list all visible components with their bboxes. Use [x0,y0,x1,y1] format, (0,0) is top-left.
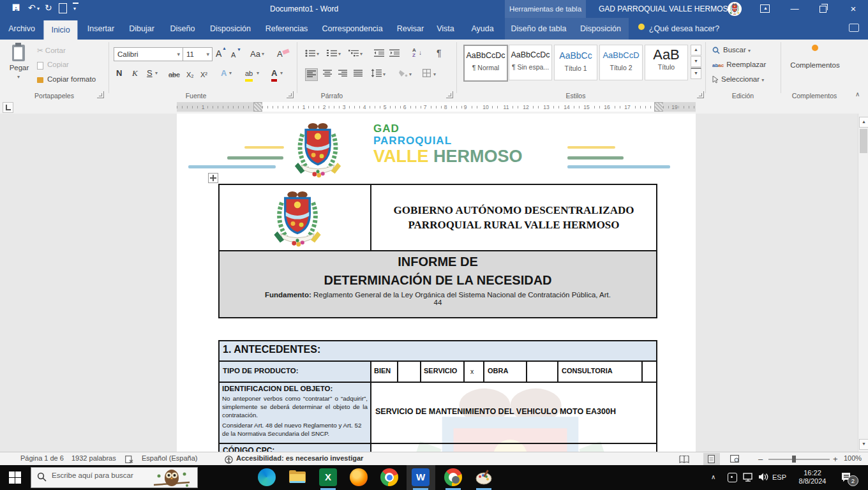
vertical-scrollbar[interactable]: ▲ ▼ [858,114,868,452]
table-move-handle[interactable] [208,173,218,183]
tab-ayuda[interactable]: Ayuda [471,18,493,40]
search-input[interactable] [50,471,149,480]
language-indicator[interactable]: Español (España) [142,454,197,462]
align-left-button[interactable] [305,68,318,81]
underline-dropdown-icon[interactable]: ▾ [155,70,158,76]
account-name[interactable]: GAD PARROQUIAL VALLE HERMOSO [599,0,734,18]
styles-scroll-down[interactable]: ▼ [691,56,701,67]
styles-dialog-launcher[interactable] [697,91,704,98]
org-title[interactable]: GOBIERNO AUTÓNOMO DESCENTRALIZADO PARROQ… [371,203,656,232]
table-row-informe[interactable]: INFORME DE DETERMINACIÓN DE LA NECESIDAD… [218,250,657,318]
file-explorer-icon[interactable] [288,468,306,486]
tipo-servicio[interactable]: SERVICIO [424,367,457,375]
superscript-button[interactable]: X² [200,69,207,80]
tab-selector[interactable] [3,102,13,113]
save-button[interactable]: 🖪 [11,3,20,13]
highlight-button[interactable]: ab [245,68,253,82]
ident-left-cell[interactable]: IDENTIFICACION DEL OBJETO: No anteponer … [222,385,368,438]
clock[interactable]: 16:228/8/2024 [793,469,832,486]
copy-button[interactable]: Copiar [37,61,69,68]
taskbar-search[interactable] [31,467,198,488]
redo-button[interactable]: ↻ [45,3,52,13]
subscript-button[interactable]: X₂ [186,69,194,80]
zoom-slider[interactable] [768,459,830,460]
replace-button[interactable]: abacReemplazar [712,61,766,68]
tipo-bien[interactable]: BIEN [374,367,391,375]
scroll-down-button[interactable]: ▼ [859,439,868,450]
align-center-button[interactable] [323,70,332,78]
style-normal[interactable]: AaBbCcDc¶ Normal [463,45,508,82]
edge-icon[interactable] [258,468,276,486]
tab-archivo[interactable]: Archivo [8,18,35,40]
tab-inicio[interactable]: Inicio [43,20,77,40]
paint-icon[interactable] [475,468,493,486]
increase-indent-button[interactable] [389,49,400,59]
tray-app-icon[interactable] [728,473,737,482]
font-name-select[interactable]: Calibri▾ [114,47,183,61]
addins-button[interactable]: Complementos [786,45,844,69]
undo-dropdown-icon[interactable]: ▾ [37,6,40,11]
tipo-obra[interactable]: OBRA [488,367,508,375]
shading-button[interactable] [398,70,408,78]
document-page[interactable]: GAD PARROQUIAL VALLE HERMOSO GOBIERNO AU… [177,114,696,452]
italic-button[interactable]: K [132,68,138,79]
font-dialog-launcher[interactable] [287,91,294,98]
firefox-icon[interactable] [350,468,368,486]
zoom-out-button[interactable]: – [758,454,763,464]
multilevel-list-button[interactable] [348,49,359,59]
find-button[interactable]: Buscar ▾ [712,46,751,54]
close-button[interactable]: × [842,0,864,18]
volume-icon[interactable] [758,472,769,484]
network-icon[interactable] [743,473,753,484]
paragraph-dialog-launcher[interactable] [446,91,453,98]
zoom-slider-thumb[interactable] [792,456,796,463]
tab-diseno[interactable]: Diseño [170,18,195,40]
tab-insertar[interactable]: Insertar [87,18,114,40]
word-icon[interactable]: W [412,468,430,486]
table-row-antecedentes[interactable]: 1. ANTECEDENTES: [218,340,657,362]
read-mode-icon[interactable] [679,456,689,464]
page-indicator[interactable]: Página 1 de 6 [20,454,64,462]
tray-expand-icon[interactable]: ∧ [711,473,715,480]
pilcrow-button[interactable]: ¶ [437,48,442,58]
undo-button[interactable]: ↶ [28,3,36,13]
avatar[interactable] [728,2,742,16]
word-count[interactable]: 1932 palabras [71,454,116,462]
clipboard-dialog-launcher[interactable] [97,91,104,98]
tab-diseno-de-tabla[interactable]: Diseño de tabla [511,18,567,40]
tab-referencias[interactable]: Referencias [266,18,308,40]
change-case-button[interactable]: Aa [250,48,260,60]
style-titulo[interactable]: AaBTítulo [645,45,688,80]
table-row-codigo[interactable]: CÓDIGO CPC: [218,443,657,452]
style-titulo-2[interactable]: AaBbCcDTítulo 2 [599,45,643,80]
web-layout-icon[interactable] [730,455,739,464]
styles-scroll-up[interactable]: ▲ [691,45,701,56]
tab-vista[interactable]: Vista [437,18,454,40]
style-sin-espaciado[interactable]: AaBbCcDc¶ Sin espa... [509,45,552,80]
styles-gallery-expand[interactable]: ▼ [691,68,701,79]
paste-button[interactable]: Pegar ▾ [5,43,33,89]
objeto-text[interactable]: SERVICIO DE MANTENIMIENTO DEL VEHICULO M… [375,407,652,416]
restore-button[interactable] [819,6,827,13]
bold-button[interactable]: N [116,68,122,79]
proofing-icon[interactable] [125,456,133,464]
table-row-tipo[interactable]: TIPO DE PRODUCTO: BIEN SERVICIO x OBRA C… [218,360,657,383]
minimize-button[interactable]: — [784,0,805,18]
tab-correspondencia[interactable]: Correspondencia [322,18,382,40]
justify-button[interactable] [354,70,363,78]
line-spacing-button[interactable] [371,69,382,78]
tab-disposicion[interactable]: Disposición [210,18,251,40]
zoom-level[interactable]: 100% [844,454,862,462]
clear-formatting-button[interactable]: A [277,48,283,60]
decrease-indent-button[interactable] [374,49,384,59]
text-effects-button[interactable]: A [221,68,227,79]
format-painter-button[interactable]: Copiar formato [37,75,96,83]
bullets-button[interactable] [305,49,315,59]
strikethrough-button[interactable]: abc [168,69,180,80]
excel-icon[interactable]: X [319,468,337,486]
style-titulo-1[interactable]: AaBbCcTítulo 1 [554,45,597,80]
feedback-icon[interactable] [849,24,859,32]
font-color-button[interactable]: A [271,68,277,82]
accessibility-status[interactable]: Accesibilidad: es necesario investigar [236,454,363,462]
shrink-font-button[interactable]: A [231,49,236,61]
